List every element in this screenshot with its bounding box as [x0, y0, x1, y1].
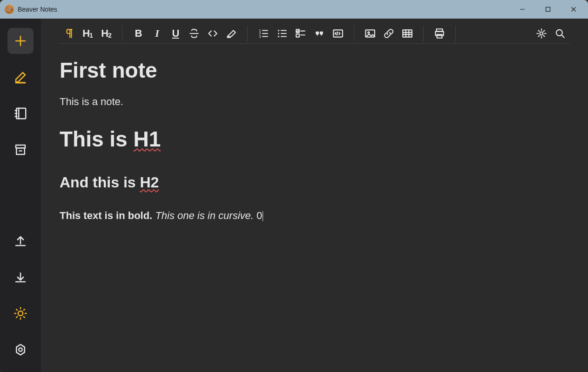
download-icon [14, 270, 27, 284]
settings-button[interactable] [7, 337, 34, 363]
print-button[interactable] [430, 26, 449, 41]
highlighter-icon [225, 27, 237, 40]
svg-rect-47 [296, 34, 299, 37]
search-icon [554, 27, 566, 40]
unordered-list-button[interactable] [273, 26, 291, 41]
svg-line-49 [337, 32, 338, 35]
title-bar: 🦫 Beaver Notes [0, 0, 588, 19]
svg-rect-52 [403, 30, 412, 37]
text-cursor [263, 211, 263, 221]
image-button[interactable] [361, 26, 379, 41]
svg-line-27 [24, 309, 25, 310]
svg-text:3: 3 [259, 34, 261, 38]
quote-icon [313, 27, 325, 40]
image-icon [364, 27, 376, 40]
codeblock-button[interactable] [329, 26, 347, 41]
strikethrough-button[interactable] [185, 26, 203, 41]
note-editor[interactable]: First note This is a note. This is H1 An… [41, 44, 588, 372]
codeblock-icon [332, 27, 344, 40]
plus-icon [14, 34, 27, 48]
svg-point-40 [278, 35, 279, 37]
editor-toolbar: H1 H2 B I U 123 [60, 19, 569, 44]
heading1-button[interactable]: H1 [78, 26, 97, 41]
heading-1[interactable]: This is H1 [60, 126, 569, 152]
ordered-list-button[interactable]: 123 [254, 26, 273, 41]
close-button[interactable] [561, 0, 586, 19]
svg-line-24 [16, 309, 17, 310]
table-icon [401, 27, 413, 40]
maximize-button[interactable] [535, 0, 561, 19]
highlight-button[interactable] [222, 26, 241, 41]
pilcrow-icon [63, 27, 75, 40]
code-button[interactable] [203, 26, 222, 41]
svg-line-25 [24, 317, 25, 318]
bold-text: This text is in bold. [60, 210, 152, 221]
heading2-button[interactable]: H2 [97, 26, 115, 41]
settings-icon [14, 343, 27, 357]
print-icon [433, 27, 446, 40]
archive-button[interactable] [7, 137, 34, 163]
sun-icon [14, 306, 27, 320]
paragraph-button[interactable] [60, 26, 78, 41]
svg-line-62 [561, 35, 564, 37]
all-notes-button[interactable] [7, 100, 34, 126]
svg-point-60 [540, 32, 543, 35]
svg-rect-7 [16, 108, 26, 119]
export-button[interactable] [7, 228, 34, 254]
checklist-icon [295, 27, 307, 40]
minimize-button[interactable] [509, 0, 535, 19]
app-icon: 🦫 [5, 5, 14, 14]
checklist-button[interactable] [291, 26, 310, 41]
svg-point-29 [19, 348, 22, 352]
notebook-icon [14, 106, 27, 120]
archive-icon [14, 143, 27, 157]
note-title[interactable]: First note [60, 58, 569, 83]
italic-text: This one is in cursive. [155, 210, 254, 221]
upload-icon [14, 234, 27, 248]
svg-line-26 [16, 317, 17, 318]
import-button[interactable] [7, 264, 34, 290]
bold-button[interactable]: B [129, 26, 148, 41]
table-button[interactable] [398, 26, 417, 41]
svg-point-38 [278, 29, 279, 31]
link-icon [383, 27, 395, 40]
pencil-icon [14, 70, 27, 84]
edit-note-button[interactable] [7, 64, 34, 90]
ordered-list-icon: 123 [257, 27, 270, 40]
link-button[interactable] [379, 26, 398, 41]
svg-point-39 [278, 33, 279, 34]
svg-point-19 [18, 311, 23, 316]
new-note-button[interactable] [7, 28, 34, 54]
strikethrough-icon [188, 27, 200, 40]
theme-toggle-button[interactable] [7, 300, 34, 326]
focus-button[interactable] [532, 26, 551, 41]
window-title: Beaver Notes [18, 6, 57, 13]
code-icon [207, 27, 219, 40]
unordered-list-icon [276, 27, 288, 40]
sidebar [0, 19, 41, 372]
search-button[interactable] [551, 26, 569, 41]
svg-rect-1 [546, 7, 550, 12]
svg-point-51 [368, 32, 369, 33]
formatted-paragraph[interactable]: This text is in bold. This one is in cur… [60, 210, 569, 222]
underline-button[interactable]: U [166, 26, 185, 41]
svg-marker-28 [16, 345, 25, 355]
heading-2[interactable]: And this is H2 [60, 174, 569, 191]
italic-button[interactable]: I [148, 26, 166, 41]
main-area: H1 H2 B I U 123 [41, 19, 588, 372]
note-paragraph[interactable]: This is a note. [60, 96, 569, 108]
quote-button[interactable] [310, 26, 329, 41]
focus-icon [535, 27, 547, 40]
